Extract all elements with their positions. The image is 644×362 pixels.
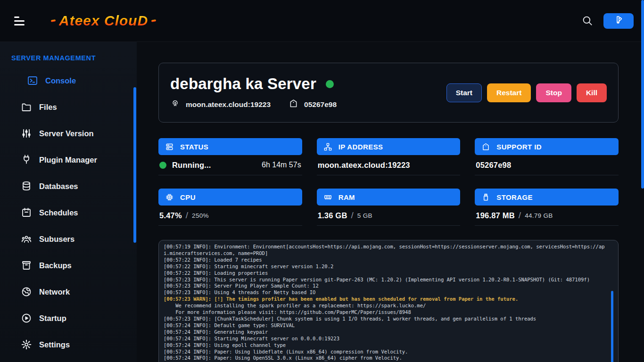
- kill-button[interactable]: Kill: [577, 83, 607, 102]
- stat-card-support-id: SUPPORT ID05267e98: [475, 138, 619, 175]
- folder-icon: [21, 101, 32, 113]
- console-line: [00:57:23 INFO]: Using 4 threads for Net…: [164, 289, 608, 296]
- console-line: [00:57:24 INFO]: Using epoll channel typ…: [164, 342, 608, 349]
- globe-icon: [21, 286, 32, 297]
- console-line: [00:57:19 INFO]: Environment: Environmen…: [164, 244, 608, 257]
- logo-flourish-right: [151, 19, 156, 22]
- app-logo: Ateex ClouD: [51, 13, 156, 29]
- stat-card-body: 5.47%/250%: [158, 206, 302, 226]
- stat-value: 1.36 GB: [318, 211, 347, 220]
- sidebar-item-databases[interactable]: Databases: [0, 173, 137, 199]
- sidebar-item-network[interactable]: Network: [0, 279, 137, 305]
- console-line: [00:57:24 INFO]: Paper: Using libdeflate…: [164, 349, 608, 355]
- stat-card-header: STATUS: [158, 138, 302, 155]
- logo-flourish-left: [51, 19, 56, 22]
- sliders-icon: [21, 128, 32, 139]
- sidebar-item-files[interactable]: Files: [0, 94, 137, 120]
- stat-card-body: moon.ateex.cloud:19223: [317, 155, 461, 175]
- sidebar-item-schedules[interactable]: Schedules: [0, 199, 137, 226]
- sidebar-item-label: Files: [39, 103, 57, 112]
- stat-card-header: IP ADDRESS: [317, 138, 461, 155]
- console-line: [00:57:22 INFO]: Loaded 7 recipes: [164, 257, 608, 263]
- stat-card-cpu: CPU5.47%/250%: [158, 189, 302, 226]
- users-icon: [21, 233, 32, 245]
- server-support-id: 05267e98: [289, 99, 337, 110]
- stat-title: IP ADDRESS: [339, 143, 383, 151]
- stats-grid: STATUSRunning...6h 14m 57sIP ADDRESSmoon…: [158, 138, 619, 226]
- console-line: [00:57:23 INFO]: This server is running …: [164, 277, 608, 283]
- sidebar-item-label: Console: [45, 76, 76, 85]
- console-line: [00:57:24 INFO]: Generating keypair: [164, 329, 608, 336]
- terminal-icon: [27, 75, 38, 86]
- stat-value: 196.87 MB: [476, 211, 515, 220]
- sidebar-section-title: SERVER MANAGEMENT: [11, 54, 137, 62]
- stat-card-header: RAM: [317, 189, 461, 206]
- stat-card-body: 1.36 GB/5 GB: [317, 206, 461, 226]
- memory-icon: [323, 193, 332, 202]
- sidebar-item-subusers[interactable]: Subusers: [0, 226, 137, 252]
- stat-slash: /: [186, 210, 188, 221]
- logo-text: Ateex ClouD: [59, 13, 148, 29]
- sidebar-scrollbar[interactable]: [133, 87, 136, 243]
- start-button[interactable]: Start: [446, 83, 482, 102]
- stat-title: STORAGE: [496, 193, 533, 201]
- page-scrollbar[interactable]: [641, 0, 644, 189]
- sidebar-item-label: Backups: [39, 261, 72, 270]
- console-scrollbar[interactable]: [611, 291, 613, 362]
- sidebar-item-label: Subusers: [39, 235, 74, 244]
- sidebar-item-settings[interactable]: Settings: [0, 331, 137, 358]
- stat-card-storage: STORAGE196.87 MB/44.79 GB: [475, 189, 619, 226]
- console-log[interactable]: [00:57:19 INFO]: Environment: Environmen…: [158, 240, 619, 362]
- sidebar-item-label: Plugin Manager: [39, 156, 97, 165]
- console-line: [00:57:22 INFO]: Starting minecraft serv…: [164, 263, 608, 270]
- console-line: [00:57:24 INFO]: Default game type: SURV…: [164, 322, 608, 329]
- hamburger-menu-icon[interactable]: [14, 16, 25, 25]
- sidebar-item-label: Server Version: [39, 129, 94, 138]
- console-line: [00:57:24 INFO]: Starting Minecraft serv…: [164, 336, 608, 342]
- search-icon[interactable]: [581, 14, 594, 27]
- stat-title: STATUS: [180, 143, 208, 151]
- stat-value: 5.47%: [159, 211, 182, 220]
- stop-button[interactable]: Stop: [536, 83, 571, 102]
- status-running-dot: [159, 162, 166, 169]
- stat-value: moon.ateex.cloud:19223: [318, 161, 410, 170]
- gear-icon: [21, 339, 32, 350]
- topbar: Ateex ClouD: [0, 0, 644, 42]
- server-actions: StartRestartStopKill: [446, 83, 607, 102]
- restart-button[interactable]: Restart: [487, 83, 531, 102]
- chip-icon: [165, 193, 174, 202]
- server-icon: [165, 142, 174, 151]
- sidebar-item-startup[interactable]: Startup: [0, 305, 137, 331]
- stat-card-header: CPU: [158, 189, 302, 206]
- sidebar-item-label: Databases: [39, 182, 78, 191]
- console-line: [00:57:24 INFO]: Paper: Using OpenSSL 3.…: [164, 355, 608, 362]
- stat-card-status: STATUSRunning...6h 14m 57s: [158, 138, 302, 175]
- sidebar-item-backups[interactable]: Backups: [0, 252, 137, 279]
- stat-card-header: STORAGE: [475, 189, 619, 206]
- broadcast-icon: [170, 99, 180, 110]
- server-name: debargha ka Server: [170, 75, 316, 93]
- sidebar-item-label: Schedules: [39, 208, 78, 217]
- server-online-dot: [326, 80, 334, 88]
- stat-limit: 250%: [192, 212, 209, 219]
- stat-value: 05267e98: [476, 161, 511, 170]
- sidebar-item-label: Settings: [39, 340, 70, 349]
- stat-card-ip-address: IP ADDRESSmoon.ateex.cloud:19223: [317, 138, 461, 175]
- sidebar: SERVER MANAGEMENT ConsoleFilesServer Ver…: [0, 42, 137, 362]
- badge-icon: [289, 99, 298, 110]
- theme-switcher-button[interactable]: [603, 13, 634, 29]
- stat-card-body: Running...6h 14m 57s: [158, 155, 302, 175]
- stat-title: RAM: [339, 193, 355, 201]
- console-line: [00:57:22 INFO]: Loading properties: [164, 270, 608, 277]
- stat-limit: 5 GB: [357, 212, 372, 219]
- sidebar-item-console[interactable]: Console: [0, 67, 137, 94]
- badge-icon: [481, 142, 490, 151]
- sidebar-item-label: Startup: [39, 314, 66, 323]
- console-line: [00:57:23 INFO]: Server Ping Player Samp…: [164, 283, 608, 289]
- sidebar-item-server-version[interactable]: Server Version: [0, 120, 137, 147]
- stat-slash: /: [519, 210, 521, 221]
- stat-title: CPU: [180, 193, 196, 201]
- stat-value: Running...: [172, 161, 211, 170]
- sidebar-item-plugin-manager[interactable]: Plugin Manager: [0, 147, 137, 173]
- main-content: debargha ka Server moon.ateex.cloud:1922…: [137, 42, 644, 362]
